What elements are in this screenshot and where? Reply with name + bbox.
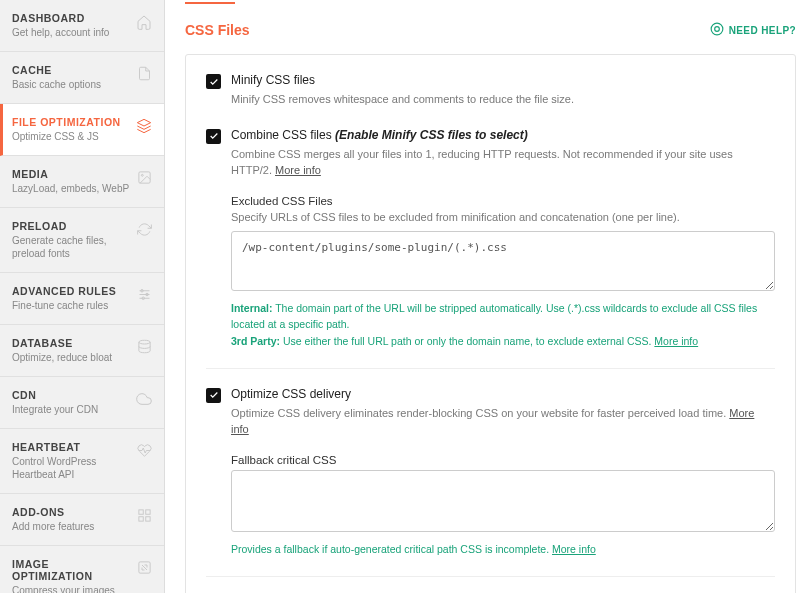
sidebar-item-title: ADD-ONS (12, 506, 131, 518)
sidebar-item-title: HEARTBEAT (12, 441, 131, 453)
home-icon (136, 14, 152, 33)
refresh-icon (137, 222, 152, 240)
sidebar-item-sub: Optimize CSS & JS (12, 130, 130, 143)
sidebar-item-title: IMAGE OPTIMIZATION (12, 558, 131, 582)
sidebar-item-file-optimization[interactable]: FILE OPTIMIZATION Optimize CSS & JS (0, 104, 164, 156)
sidebar-item-image-optimization[interactable]: IMAGE OPTIMIZATION Compress your images (0, 546, 164, 593)
combine-css-desc: Combine CSS merges all your files into 1… (231, 146, 775, 179)
sidebar-item-dashboard[interactable]: DASHBOARD Get help, account info (0, 0, 164, 52)
sidebar-item-sub: Optimize, reduce bloat (12, 351, 131, 364)
sidebar-item-title: DATABASE (12, 337, 131, 349)
optimize-css-field: Optimize CSS delivery Optimize CSS deliv… (206, 387, 775, 558)
document-icon (137, 66, 152, 84)
layers-icon (136, 118, 152, 137)
image-icon (137, 170, 152, 188)
svg-rect-11 (139, 517, 143, 521)
accent-line (185, 2, 235, 4)
excluded-css-hint: Internal: The domain part of the URL wil… (231, 300, 775, 350)
combine-css-checkbox[interactable] (206, 129, 221, 144)
excluded-css-desc: Specify URLs of CSS files to be excluded… (231, 211, 775, 223)
optimize-css-checkbox[interactable] (206, 388, 221, 403)
combine-css-field: Combine CSS files (Enable Minify CSS fil… (206, 128, 775, 350)
sidebar-item-sub: Add more features (12, 520, 131, 533)
sidebar-item-title: FILE OPTIMIZATION (12, 116, 130, 128)
svg-point-1 (141, 174, 143, 176)
sidebar-item-title: CDN (12, 389, 130, 401)
css-settings-card: Minify CSS files Minify CSS removes whit… (185, 54, 796, 593)
fallback-css-textarea[interactable] (231, 470, 775, 532)
sidebar-item-sub: Integrate your CDN (12, 403, 130, 416)
optimize-css-desc: Optimize CSS delivery eliminates render-… (231, 405, 775, 438)
svg-rect-10 (146, 510, 150, 514)
svg-rect-12 (146, 517, 150, 521)
sidebar-item-heartbeat[interactable]: HEARTBEAT Control WordPress Heartbeat AP… (0, 429, 164, 494)
sidebar-item-title: PRELOAD (12, 220, 131, 232)
sidebar: DASHBOARD Get help, account info CACHE B… (0, 0, 165, 593)
sidebar-item-advanced-rules[interactable]: ADVANCED RULES Fine-tune cache rules (0, 273, 164, 325)
fallback-more-info-link[interactable]: More info (552, 543, 596, 555)
addon-icon (137, 508, 152, 526)
minify-css-desc: Minify CSS removes whitespace and commen… (231, 91, 775, 108)
excluded-hint-more-link[interactable]: More info (654, 335, 698, 347)
sidebar-item-sub: Compress your images (12, 584, 131, 593)
sliders-icon (137, 287, 152, 305)
fallback-css-label: Fallback critical CSS (231, 454, 775, 466)
sidebar-item-sub: Generate cache files, preload fonts (12, 234, 131, 260)
main-content: CSS Files NEED HELP? Minify CSS files Mi… (165, 0, 800, 593)
sidebar-item-title: CACHE (12, 64, 131, 76)
sidebar-item-sub: Basic cache options (12, 78, 131, 91)
svg-rect-9 (139, 510, 143, 514)
cloud-icon (136, 391, 152, 410)
sidebar-item-cdn[interactable]: CDN Integrate your CDN (0, 377, 164, 429)
compress-icon (137, 560, 152, 578)
svg-point-14 (711, 23, 723, 35)
svg-point-15 (714, 27, 719, 32)
need-help-link[interactable]: NEED HELP? (710, 22, 796, 38)
sidebar-item-title: MEDIA (12, 168, 131, 180)
help-icon (710, 22, 724, 38)
sidebar-item-sub: Fine-tune cache rules (12, 299, 131, 312)
optimize-css-label: Optimize CSS delivery (231, 387, 775, 401)
divider (206, 576, 775, 577)
sidebar-item-addons[interactable]: ADD-ONS Add more features (0, 494, 164, 546)
combine-css-label: Combine CSS files (Enable Minify CSS fil… (231, 128, 775, 142)
sidebar-item-media[interactable]: MEDIA LazyLoad, embeds, WebP (0, 156, 164, 208)
minify-css-field: Minify CSS files Minify CSS removes whit… (206, 73, 775, 108)
excluded-css-label: Excluded CSS Files (231, 195, 775, 207)
excluded-css-textarea[interactable] (231, 231, 775, 291)
heart-icon (137, 443, 152, 461)
sidebar-item-sub: LazyLoad, embeds, WebP (12, 182, 131, 195)
fallback-css-hint: Provides a fallback if auto-generated cr… (231, 541, 775, 558)
sidebar-item-title: ADVANCED RULES (12, 285, 131, 297)
database-icon (137, 339, 152, 357)
sidebar-item-title: DASHBOARD (12, 12, 130, 24)
sidebar-item-cache[interactable]: CACHE Basic cache options (0, 52, 164, 104)
combine-more-info-link[interactable]: More info (275, 164, 321, 176)
sidebar-item-sub: Get help, account info (12, 26, 130, 39)
sidebar-item-sub: Control WordPress Heartbeat API (12, 455, 131, 481)
divider (206, 368, 775, 369)
minify-css-label: Minify CSS files (231, 73, 775, 87)
sidebar-item-preload[interactable]: PRELOAD Generate cache files, preload fo… (0, 208, 164, 273)
minify-css-checkbox[interactable] (206, 74, 221, 89)
svg-point-8 (139, 340, 150, 344)
section-title: CSS Files (185, 22, 250, 38)
need-help-label: NEED HELP? (729, 25, 796, 36)
sidebar-item-database[interactable]: DATABASE Optimize, reduce bloat (0, 325, 164, 377)
